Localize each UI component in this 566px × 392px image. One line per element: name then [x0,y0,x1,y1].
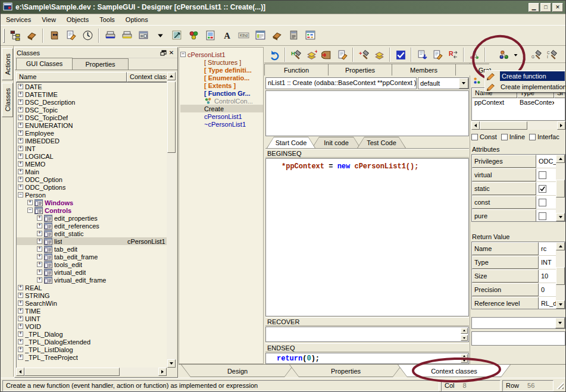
tree-item[interactable]: +UINT [17,315,167,322]
property-row[interactable]: Precision0 [472,283,565,297]
expand-icon[interactable]: + [37,254,42,259]
eraser-icon[interactable] [23,27,40,44]
end-code-editor[interactable]: return(0); [265,353,469,364]
property-value[interactable] [536,168,556,181]
tree-item[interactable]: Create [180,105,263,112]
close-panel-icon[interactable]: ✕ [167,49,176,57]
property-row[interactable]: const [472,196,565,209]
checkbox-static[interactable] [539,185,546,193]
close-button[interactable]: ✕ [552,3,563,12]
tab-start-code[interactable]: Start Code [267,137,315,148]
resize-grip[interactable] [556,382,564,389]
tree-item[interactable]: +virtual_edit [17,268,167,276]
bottom-tab-properties[interactable]: Properties [289,365,402,377]
tree-item[interactable]: +STRING [17,291,167,299]
edit-source-icon[interactable] [334,48,350,62]
printer-blue-icon[interactable] [102,27,118,44]
tab-properties[interactable]: Properties [72,58,129,70]
font-icon[interactable]: A [218,27,235,44]
references-icon[interactable] [467,48,482,62]
tree-item[interactable]: +ODC_Option [17,175,167,183]
tree-item[interactable]: +VOID [17,322,167,330]
tree-item[interactable]: −Person [17,191,167,199]
property-name[interactable]: Reference level [472,297,539,309]
expand-icon[interactable]: + [18,123,23,128]
window-grid-icon[interactable] [302,27,318,44]
tree-item[interactable]: +DSC_Description [17,98,167,106]
expand-icon[interactable]: + [18,300,23,306]
tree-item[interactable]: +SearchWin [17,299,167,307]
property-name[interactable]: Privileges [472,155,536,168]
menu-item-create-implementation[interactable]: Create implementation [485,81,566,92]
expand-icon[interactable]: + [37,262,42,267]
property-row[interactable]: static [472,182,565,196]
extra-combobox[interactable] [471,317,565,329]
expand-icon[interactable]: + [37,269,42,275]
expand-icon[interactable]: + [37,277,42,283]
tree-item[interactable]: +_TPL_Dialog [17,330,167,338]
tree-item[interactable]: +listcPersonList1 [17,237,167,245]
form-window-icon[interactable] [135,27,152,44]
expand-icon[interactable]: + [18,355,23,360]
add-stack-icon[interactable]: + [304,48,319,62]
extra-field[interactable] [471,331,565,346]
tree-item[interactable]: +tools_edit [17,261,167,268]
tree-item[interactable]: +DATETIME [17,90,167,98]
table-window-icon[interactable] [252,27,268,44]
expand-icon[interactable]: + [37,231,42,236]
tree-item[interactable]: +DATE [17,83,167,90]
collapse-icon[interactable]: − [18,192,23,197]
property-name[interactable]: Name [472,242,539,255]
classes-vertical-scrollbar[interactable] [167,72,176,368]
expand-icon[interactable]: + [18,138,23,143]
expand-icon[interactable]: + [18,324,23,329]
scroll-down-icon[interactable] [461,359,468,363]
caret-down-icon[interactable] [512,48,520,62]
tree-item[interactable]: +REAL [17,284,167,291]
menu-item-create-function[interactable]: Create function [485,71,566,81]
expand-icon[interactable]: + [18,184,23,190]
tree-item[interactable]: +_TPL_DialogExtended [17,338,167,346]
expand-icon[interactable]: + [18,107,23,112]
rename-icon[interactable]: R [445,48,461,62]
checkbox-virtual[interactable] [539,171,546,179]
property-row[interactable]: Namerc [472,242,565,256]
expand-icon[interactable]: + [37,223,42,228]
tree-item[interactable]: [ Enumeratio... [180,74,263,81]
tree-item[interactable]: −Controls [17,206,167,214]
menu-tools[interactable]: Tools [94,15,120,24]
property-row[interactable]: Size10 [472,269,565,283]
param-orange-dots-icon[interactable] [471,75,482,86]
scroll-down-icon[interactable] [461,335,468,341]
tree-item[interactable]: +edit_references [17,222,167,230]
expand-icon[interactable]: + [18,153,23,159]
side-tab-actions[interactable]: Actions [2,48,13,80]
classes-horizontal-scrollbar[interactable] [16,368,167,376]
tree-item[interactable]: [ Type definiti... [180,66,263,74]
create-implementation-icon[interactable]: CI [545,48,560,62]
tree-item[interactable]: +TIME [17,307,167,315]
tab-properties[interactable]: Properties [328,64,392,76]
combobox-dropdown-icon[interactable] [459,78,468,89]
property-value[interactable]: INT [539,256,556,269]
checkbox-pure[interactable] [539,212,546,220]
tree-item[interactable]: +INT [17,145,167,152]
maximize-button[interactable]: □ [540,3,551,12]
checkbox-const[interactable] [539,199,546,206]
property-row[interactable]: PrivilegesODC_... [472,155,565,168]
menu-services[interactable]: Services [1,15,36,24]
clock-icon[interactable] [79,27,96,44]
toolbar-grip[interactable] [3,29,5,43]
checkbox-const[interactable] [471,134,478,140]
property-name[interactable]: virtual [472,168,536,181]
tree-item[interactable]: [ Extents ] [180,81,263,89]
menu-view[interactable]: View [36,15,61,24]
parameter-row[interactable]: ppContextBaseContext [472,98,565,107]
tab-members[interactable]: Members [392,64,456,76]
property-value[interactable]: 10 [539,269,556,283]
server-icon[interactable] [285,27,302,44]
create-function-icon[interactable] [496,48,512,62]
expand-icon[interactable]: + [18,347,23,352]
parameters-horizontal-scrollbar[interactable] [471,121,565,130]
paint-icon[interactable] [185,27,202,44]
